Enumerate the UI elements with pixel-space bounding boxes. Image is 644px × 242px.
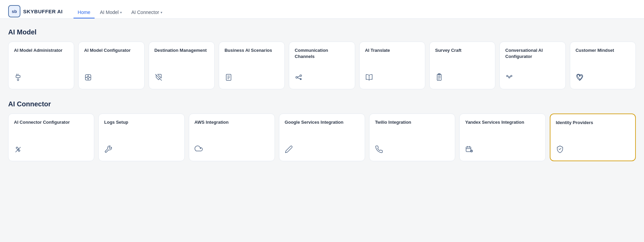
card-destination-mgmt[interactable]: Destination Management <box>149 42 215 89</box>
svg-point-5 <box>87 76 89 78</box>
ai-connector-section-title: AI Connector <box>8 100 636 108</box>
card-title: AWS Integration <box>195 119 269 125</box>
card-survey-craft[interactable]: Survey Craft <box>429 42 495 89</box>
card-title: Customer Mindset <box>576 47 630 54</box>
svg-line-18 <box>298 78 300 79</box>
card-yandex-services[interactable]: Yandex Services Integration <box>459 114 545 161</box>
card-title: Identity Providers <box>556 120 630 126</box>
card-title: AI Model Configurator <box>84 47 138 54</box>
svg-line-17 <box>298 76 300 77</box>
list-doc-icon <box>225 73 279 84</box>
card-ai-translate[interactable]: AI Translate <box>359 42 425 89</box>
gear-calendar-icon <box>465 145 540 155</box>
header: sb SKYBUFFER AI Home AI Model ▾ AI Conne… <box>0 0 644 19</box>
card-title: Google Services Integration <box>285 119 359 125</box>
ai-model-section-title: AI Model <box>8 28 636 36</box>
logo-icon: sb <box>8 5 20 17</box>
svg-point-14 <box>296 77 298 78</box>
shield-check-icon <box>556 145 630 155</box>
card-google-services[interactable]: Google Services Integration <box>279 114 365 161</box>
nav-ai-model[interactable]: AI Model ▾ <box>96 7 126 18</box>
card-aws-integration[interactable]: AWS Integration <box>189 114 275 161</box>
main-content: AI Model AI Model Administrator AI Model… <box>0 19 644 182</box>
nav-home[interactable]: Home <box>73 7 94 18</box>
wrench-icon <box>104 145 179 155</box>
svg-line-29 <box>510 76 511 77</box>
plug-icon <box>14 73 68 84</box>
card-title: Twilio Integration <box>375 119 449 125</box>
card-title: AI Translate <box>365 47 419 54</box>
nodes-icon <box>295 73 349 84</box>
card-title: Communication Channels <box>295 47 349 60</box>
card-comm-channels[interactable]: Communication Channels <box>289 42 355 89</box>
card-business-ai[interactable]: Business AI Scenarios <box>219 42 285 89</box>
logo: sb SKYBUFFER AI <box>8 5 63 17</box>
clipboard-list-icon <box>435 73 490 84</box>
pen-icon <box>285 145 359 155</box>
chevron-down-icon: ▾ <box>120 11 122 14</box>
logo-text: SKYBUFFER AI <box>23 9 63 14</box>
heart-icon <box>576 73 630 84</box>
card-title: Conversational AI Configurator <box>505 47 560 60</box>
ai-model-cards-grid: AI Model Administrator AI Model Configur… <box>8 42 636 89</box>
svg-point-15 <box>300 75 302 77</box>
ai-connector-cards-grid: AI Connector Configurator Logs Setup AWS… <box>8 114 636 161</box>
tag-slash-icon <box>154 73 209 84</box>
card-ai-model-admin[interactable]: AI Model Administrator <box>8 42 74 89</box>
nav-ai-connector[interactable]: AI Connector ▾ <box>127 7 166 18</box>
card-identity-providers[interactable]: Identity Providers <box>550 114 636 161</box>
svg-point-16 <box>300 78 302 80</box>
card-twilio[interactable]: Twilio Integration <box>369 114 455 161</box>
svg-line-28 <box>508 76 509 77</box>
card-title: Survey Craft <box>435 47 490 54</box>
card-conv-ai-config[interactable]: Conversational AI Configurator <box>499 42 565 89</box>
svg-rect-2 <box>16 75 20 78</box>
card-title: Logs Setup <box>104 119 179 125</box>
card-title: AI Model Administrator <box>14 47 68 54</box>
card-customer-mindset[interactable]: Customer Mindset <box>570 42 636 89</box>
plug-angled-icon <box>14 145 88 155</box>
card-ai-conn-config[interactable]: AI Connector Configurator <box>8 114 94 161</box>
main-nav: Home AI Model ▾ AI Connector ▾ <box>73 4 166 18</box>
card-title: Destination Management <box>154 47 209 54</box>
card-title: Yandex Services Integration <box>465 119 540 125</box>
cloud-icon <box>195 145 269 155</box>
card-title: AI Connector Configurator <box>14 119 88 125</box>
shield-settings-icon <box>84 73 138 84</box>
phone-icon <box>375 145 449 155</box>
open-book-icon <box>365 73 419 84</box>
chevron-down-icon: ▾ <box>161 11 162 14</box>
card-logs-setup[interactable]: Logs Setup <box>98 114 184 161</box>
svg-rect-30 <box>466 147 471 152</box>
card-title: Business AI Scenarios <box>225 47 279 54</box>
card-ai-model-config[interactable]: AI Model Configurator <box>78 42 144 89</box>
circles-icon <box>505 73 560 84</box>
